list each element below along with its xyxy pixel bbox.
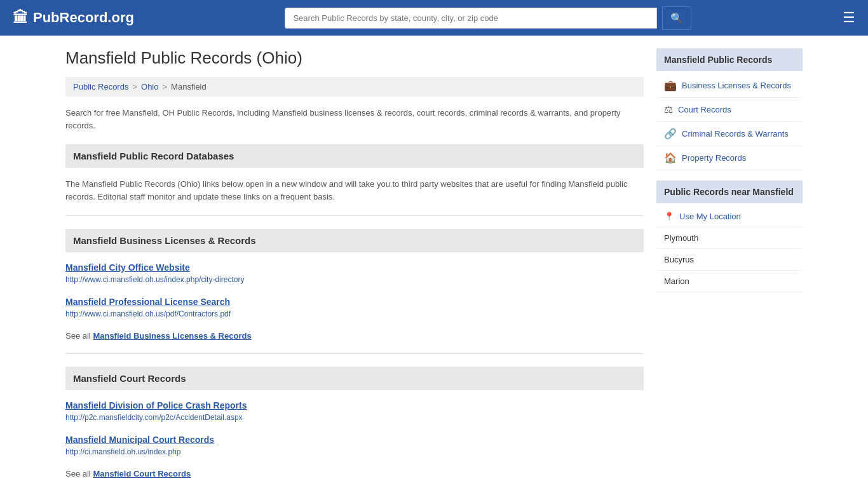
menu-button[interactable]: ☰ bbox=[843, 10, 855, 26]
nearby-marion[interactable]: Marion bbox=[656, 271, 803, 292]
databases-description: The Mansfield Public Records (Ohio) link… bbox=[65, 178, 644, 203]
sidebar-label-business: Business Licenses & Records bbox=[682, 81, 791, 90]
use-my-location-label: Use My Location bbox=[679, 212, 741, 221]
record-group-police-crash: Mansfield Division of Police Crash Repor… bbox=[65, 400, 644, 422]
record-link-police-crash-title[interactable]: Mansfield Division of Police Crash Repor… bbox=[65, 400, 644, 410]
breadcrumb-sep-2: > bbox=[163, 82, 168, 92]
breadcrumb: Public Records > Ohio > Mansfield bbox=[65, 77, 644, 97]
record-link-municipal-court-url[interactable]: http://ci.mansfield.oh.us/index.php bbox=[65, 447, 644, 456]
see-all-court-prefix: See all bbox=[65, 469, 91, 478]
header: 🏛 PubRecord.org 🔍 ☰ bbox=[0, 0, 868, 36]
breadcrumb-sep-1: > bbox=[132, 82, 137, 92]
search-icon: 🔍 bbox=[670, 13, 683, 24]
section-header-court: Mansfield Court Records bbox=[65, 367, 644, 390]
section-header-databases: Mansfield Public Record Databases bbox=[65, 144, 644, 168]
record-link-city-office-url[interactable]: http://www.ci.mansfield.oh.us/index.php/… bbox=[65, 275, 644, 284]
sidebar-item-criminal-records[interactable]: 🔗 Criminal Records & Warrants bbox=[656, 122, 803, 146]
logo-text: PubRecord.org bbox=[33, 10, 134, 26]
breadcrumb-item-public-records[interactable]: Public Records bbox=[73, 82, 128, 92]
sidebar: Mansfield Public Records 💼 Business Lice… bbox=[656, 48, 803, 488]
record-link-municipal-court-title[interactable]: Mansfield Municipal Court Records bbox=[65, 435, 644, 445]
sidebar-item-court-records[interactable]: ⚖ Court Records bbox=[656, 98, 803, 122]
see-all-business: See all Mansfield Business Licenses & Re… bbox=[65, 331, 644, 341]
content-area: Mansfield Public Records (Ohio) Public R… bbox=[65, 48, 644, 488]
nearby-plymouth[interactable]: Plymouth bbox=[656, 227, 803, 249]
see-all-business-prefix: See all bbox=[65, 331, 91, 341]
divider-2 bbox=[65, 353, 644, 354]
nearby-bucyrus[interactable]: Bucyrus bbox=[656, 249, 803, 271]
breadcrumb-item-mansfield: Mansfield bbox=[171, 82, 207, 92]
record-group-municipal-court: Mansfield Municipal Court Records http:/… bbox=[65, 435, 644, 456]
record-link-police-crash-url[interactable]: http://p2c.mansfieldcity.com/p2c/Acciden… bbox=[65, 413, 644, 422]
sidebar-item-business-licenses[interactable]: 💼 Business Licenses & Records bbox=[656, 74, 803, 98]
search-button[interactable]: 🔍 bbox=[662, 6, 691, 30]
location-pin-icon: 📍 bbox=[664, 212, 674, 221]
page-title: Mansfield Public Records (Ohio) bbox=[65, 48, 644, 68]
link-icon: 🔗 bbox=[664, 128, 677, 140]
record-group-city-office: Mansfield City Office Website http://www… bbox=[65, 262, 644, 284]
sidebar-label-property: Property Records bbox=[682, 153, 746, 163]
sidebar-main-title: Mansfield Public Records bbox=[656, 48, 803, 71]
sidebar-item-property-records[interactable]: 🏠 Property Records bbox=[656, 146, 803, 170]
see-all-court: See all Mansfield Court Records bbox=[65, 469, 644, 478]
see-all-business-link[interactable]: Mansfield Business Licenses & Records bbox=[93, 331, 251, 341]
main-container: Mansfield Public Records (Ohio) Public R… bbox=[53, 36, 815, 488]
breadcrumb-item-ohio[interactable]: Ohio bbox=[141, 82, 158, 92]
scales-icon: ⚖ bbox=[664, 104, 673, 116]
logo[interactable]: 🏛 PubRecord.org bbox=[13, 9, 134, 27]
use-my-location-button[interactable]: 📍 Use My Location bbox=[656, 206, 803, 227]
sidebar-nearby-title: Public Records near Mansfield bbox=[656, 180, 803, 203]
search-area: 🔍 bbox=[285, 6, 691, 30]
logo-icon: 🏛 bbox=[13, 9, 28, 27]
section-header-business: Mansfield Business Licenses & Records bbox=[65, 229, 644, 252]
record-link-professional-title[interactable]: Mansfield Professional License Search bbox=[65, 297, 644, 307]
search-input[interactable] bbox=[285, 8, 657, 29]
briefcase-icon: 💼 bbox=[664, 79, 677, 92]
page-description: Search for free Mansfield, OH Public Rec… bbox=[65, 107, 644, 132]
sidebar-label-court: Court Records bbox=[678, 105, 731, 114]
sidebar-label-criminal: Criminal Records & Warrants bbox=[682, 129, 789, 139]
house-icon: 🏠 bbox=[664, 152, 677, 164]
menu-icon: ☰ bbox=[843, 10, 855, 25]
see-all-court-link[interactable]: Mansfield Court Records bbox=[93, 469, 191, 478]
record-link-professional-url[interactable]: http://www.ci.mansfield.oh.us/pdf/Contra… bbox=[65, 309, 644, 318]
record-group-professional-license: Mansfield Professional License Search ht… bbox=[65, 297, 644, 318]
divider-1 bbox=[65, 215, 644, 216]
record-link-city-office-title[interactable]: Mansfield City Office Website bbox=[65, 262, 644, 273]
